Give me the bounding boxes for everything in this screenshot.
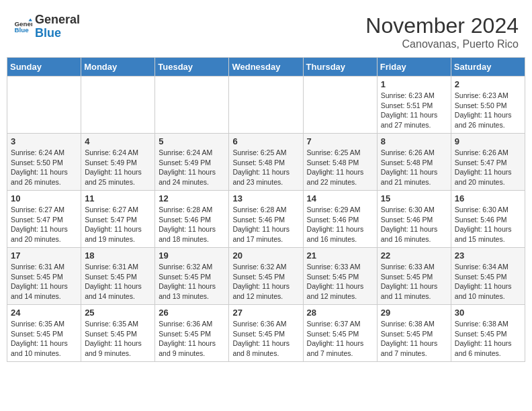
day-cell-empty bbox=[81, 77, 155, 134]
day-cell-26: 26Sunrise: 6:36 AMSunset: 5:45 PMDayligh… bbox=[155, 305, 229, 362]
day-number: 30 bbox=[455, 308, 521, 318]
day-number: 11 bbox=[85, 193, 151, 203]
day-cell-12: 12Sunrise: 6:28 AMSunset: 5:46 PMDayligh… bbox=[155, 191, 229, 248]
weekday-header-wednesday: Wednesday bbox=[229, 58, 303, 77]
logo-blue: Blue bbox=[35, 26, 61, 40]
day-number: 10 bbox=[11, 193, 77, 203]
day-info: Sunrise: 6:31 AMSunset: 5:45 PMDaylight:… bbox=[11, 262, 77, 302]
day-number: 28 bbox=[307, 308, 373, 318]
week-row-2: 3Sunrise: 6:24 AMSunset: 5:50 PMDaylight… bbox=[7, 134, 525, 191]
day-info: Sunrise: 6:32 AMSunset: 5:45 PMDaylight:… bbox=[159, 262, 225, 302]
day-cell-9: 9Sunrise: 6:26 AMSunset: 5:47 PMDaylight… bbox=[451, 134, 525, 191]
day-cell-empty bbox=[155, 77, 229, 134]
day-number: 2 bbox=[455, 79, 521, 89]
day-number: 20 bbox=[232, 250, 299, 261]
day-info: Sunrise: 6:27 AMSunset: 5:47 PMDaylight:… bbox=[85, 205, 151, 244]
day-cell-29: 29Sunrise: 6:38 AMSunset: 5:45 PMDayligh… bbox=[377, 305, 451, 362]
day-info: Sunrise: 6:24 AMSunset: 5:50 PMDaylight:… bbox=[11, 148, 77, 187]
day-cell-15: 15Sunrise: 6:30 AMSunset: 5:46 PMDayligh… bbox=[377, 191, 451, 248]
weekday-header-friday: Friday bbox=[377, 58, 451, 77]
week-row-1: 1Sunrise: 6:23 AMSunset: 5:51 PMDaylight… bbox=[7, 77, 525, 134]
day-cell-21: 21Sunrise: 6:33 AMSunset: 5:45 PMDayligh… bbox=[303, 248, 377, 305]
weekday-header-saturday: Saturday bbox=[451, 58, 525, 77]
day-info: Sunrise: 6:29 AMSunset: 5:46 PMDaylight:… bbox=[307, 205, 373, 244]
day-info: Sunrise: 6:37 AMSunset: 5:45 PMDaylight:… bbox=[307, 319, 373, 359]
header: General Blue General Blue November 2024 … bbox=[7, 7, 525, 54]
day-cell-24: 24Sunrise: 6:35 AMSunset: 5:45 PMDayligh… bbox=[7, 305, 81, 362]
day-info: Sunrise: 6:24 AMSunset: 5:49 PMDaylight:… bbox=[159, 148, 225, 187]
day-cell-20: 20Sunrise: 6:32 AMSunset: 5:45 PMDayligh… bbox=[229, 248, 303, 305]
day-number: 5 bbox=[159, 136, 225, 146]
day-info: Sunrise: 6:31 AMSunset: 5:45 PMDaylight:… bbox=[85, 262, 151, 302]
day-cell-17: 17Sunrise: 6:31 AMSunset: 5:45 PMDayligh… bbox=[7, 248, 81, 305]
day-cell-empty bbox=[229, 77, 303, 134]
day-number: 26 bbox=[159, 308, 225, 318]
day-number: 25 bbox=[85, 308, 151, 318]
week-row-3: 10Sunrise: 6:27 AMSunset: 5:47 PMDayligh… bbox=[7, 191, 525, 248]
week-row-4: 17Sunrise: 6:31 AMSunset: 5:45 PMDayligh… bbox=[7, 248, 525, 305]
day-info: Sunrise: 6:34 AMSunset: 5:45 PMDaylight:… bbox=[455, 262, 521, 302]
day-number: 17 bbox=[11, 250, 77, 261]
day-info: Sunrise: 6:26 AMSunset: 5:48 PMDaylight:… bbox=[381, 148, 447, 187]
location-title: Canovanas, Puerto Rico bbox=[365, 38, 519, 50]
weekday-header-sunday: Sunday bbox=[7, 58, 81, 77]
day-number: 1 bbox=[381, 79, 447, 89]
day-info: Sunrise: 6:26 AMSunset: 5:47 PMDaylight:… bbox=[455, 148, 521, 187]
day-info: Sunrise: 6:30 AMSunset: 5:46 PMDaylight:… bbox=[455, 205, 521, 244]
day-info: Sunrise: 6:28 AMSunset: 5:46 PMDaylight:… bbox=[159, 205, 225, 244]
day-info: Sunrise: 6:36 AMSunset: 5:45 PMDaylight:… bbox=[159, 319, 225, 359]
day-cell-4: 4Sunrise: 6:24 AMSunset: 5:49 PMDaylight… bbox=[81, 134, 155, 191]
day-info: Sunrise: 6:36 AMSunset: 5:45 PMDaylight:… bbox=[232, 319, 299, 359]
day-cell-1: 1Sunrise: 6:23 AMSunset: 5:51 PMDaylight… bbox=[377, 77, 451, 134]
week-row-5: 24Sunrise: 6:35 AMSunset: 5:45 PMDayligh… bbox=[7, 305, 525, 362]
day-number: 19 bbox=[159, 250, 225, 261]
day-number: 9 bbox=[455, 136, 521, 146]
day-cell-3: 3Sunrise: 6:24 AMSunset: 5:50 PMDaylight… bbox=[7, 134, 81, 191]
day-number: 6 bbox=[232, 136, 299, 146]
day-info: Sunrise: 6:33 AMSunset: 5:45 PMDaylight:… bbox=[307, 262, 373, 302]
day-number: 14 bbox=[307, 193, 373, 203]
day-info: Sunrise: 6:25 AMSunset: 5:48 PMDaylight:… bbox=[307, 148, 373, 187]
day-number: 16 bbox=[455, 193, 521, 203]
day-number: 15 bbox=[381, 193, 447, 203]
day-info: Sunrise: 6:32 AMSunset: 5:45 PMDaylight:… bbox=[232, 262, 299, 302]
day-cell-23: 23Sunrise: 6:34 AMSunset: 5:45 PMDayligh… bbox=[451, 248, 525, 305]
day-info: Sunrise: 6:25 AMSunset: 5:48 PMDaylight:… bbox=[232, 148, 299, 187]
day-cell-empty bbox=[303, 77, 377, 134]
logo-icon: General Blue bbox=[13, 17, 32, 36]
day-info: Sunrise: 6:23 AMSunset: 5:51 PMDaylight:… bbox=[381, 91, 447, 130]
day-cell-2: 2Sunrise: 6:23 AMSunset: 5:50 PMDaylight… bbox=[451, 77, 525, 134]
weekday-header-thursday: Thursday bbox=[303, 58, 377, 77]
day-number: 23 bbox=[455, 250, 521, 261]
day-number: 3 bbox=[11, 136, 77, 146]
day-cell-30: 30Sunrise: 6:38 AMSunset: 5:45 PMDayligh… bbox=[451, 305, 525, 362]
day-number: 24 bbox=[11, 308, 77, 318]
day-number: 27 bbox=[232, 308, 299, 318]
logo-text: General Blue bbox=[35, 13, 80, 40]
day-cell-6: 6Sunrise: 6:25 AMSunset: 5:48 PMDaylight… bbox=[229, 134, 303, 191]
day-info: Sunrise: 6:38 AMSunset: 5:45 PMDaylight:… bbox=[381, 319, 447, 359]
weekday-header-tuesday: Tuesday bbox=[155, 58, 229, 77]
svg-text:Blue: Blue bbox=[14, 26, 29, 34]
weekday-header-monday: Monday bbox=[81, 58, 155, 77]
day-cell-11: 11Sunrise: 6:27 AMSunset: 5:47 PMDayligh… bbox=[81, 191, 155, 248]
day-cell-8: 8Sunrise: 6:26 AMSunset: 5:48 PMDaylight… bbox=[377, 134, 451, 191]
title-area: November 2024 Canovanas, Puerto Rico bbox=[365, 13, 519, 50]
day-cell-empty bbox=[7, 77, 81, 134]
day-number: 13 bbox=[232, 193, 299, 203]
day-cell-13: 13Sunrise: 6:28 AMSunset: 5:46 PMDayligh… bbox=[229, 191, 303, 248]
day-info: Sunrise: 6:30 AMSunset: 5:46 PMDaylight:… bbox=[381, 205, 447, 244]
day-cell-19: 19Sunrise: 6:32 AMSunset: 5:45 PMDayligh… bbox=[155, 248, 229, 305]
logo-general: General bbox=[35, 13, 80, 26]
day-info: Sunrise: 6:27 AMSunset: 5:47 PMDaylight:… bbox=[11, 205, 77, 244]
day-number: 29 bbox=[381, 308, 447, 318]
day-cell-16: 16Sunrise: 6:30 AMSunset: 5:46 PMDayligh… bbox=[451, 191, 525, 248]
weekday-header-row: SundayMondayTuesdayWednesdayThursdayFrid… bbox=[7, 58, 525, 77]
day-number: 4 bbox=[85, 136, 151, 146]
day-number: 12 bbox=[159, 193, 225, 203]
logo: General Blue General Blue bbox=[13, 13, 80, 40]
day-cell-7: 7Sunrise: 6:25 AMSunset: 5:48 PMDaylight… bbox=[303, 134, 377, 191]
month-title: November 2024 bbox=[365, 13, 519, 38]
day-cell-27: 27Sunrise: 6:36 AMSunset: 5:45 PMDayligh… bbox=[229, 305, 303, 362]
day-info: Sunrise: 6:24 AMSunset: 5:49 PMDaylight:… bbox=[85, 148, 151, 187]
